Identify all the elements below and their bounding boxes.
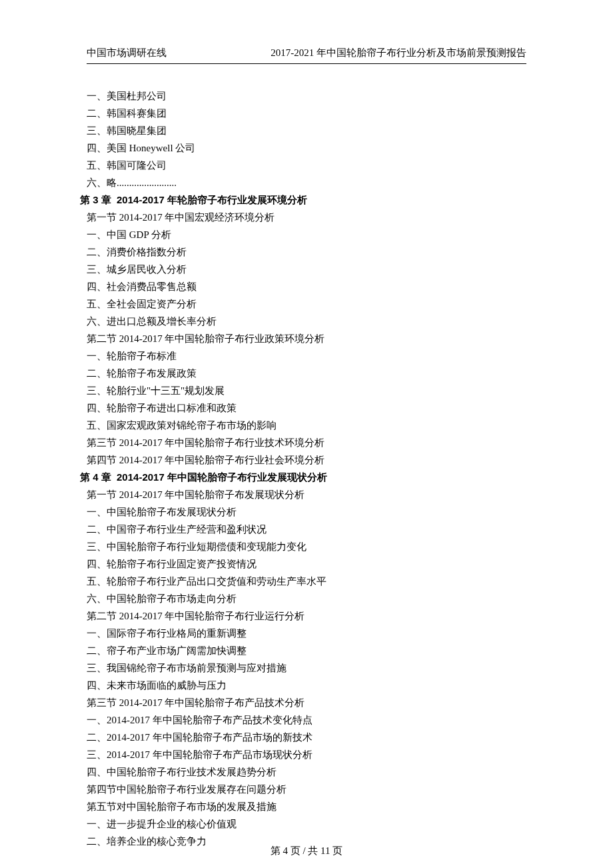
toc-line: 二、消费价格指数分析: [87, 244, 526, 260]
toc-line: 五、全社会固定资产分析: [87, 296, 526, 312]
toc-line: 六、略........................: [87, 175, 526, 191]
toc-line: 第五节对中国轮胎帘子布市场的发展及措施: [87, 799, 526, 815]
toc-line: 一、进一步提升企业的核心价值观: [87, 816, 526, 832]
chapter-heading: 第 3 章 2014-2017 年轮胎帘子布行业发展环境分析: [80, 192, 526, 208]
toc-line: 一、轮胎帘子布标准: [87, 348, 526, 364]
toc-line: 一、2014-2017 年中国轮胎帘子布产品技术变化特点: [87, 712, 526, 728]
toc-line: 五、韩国可隆公司: [87, 157, 526, 173]
toc-line: 四、美国 Honeywell 公司: [87, 140, 526, 156]
toc-line: 第二节 2014-2017 年中国轮胎帘子布行业政策环境分析: [87, 331, 526, 347]
header-left: 中国市场调研在线: [87, 47, 167, 59]
toc-line: 三、我国锦纶帘子布市场前景预测与应对措施: [87, 660, 526, 676]
toc-line: 二、韩国科赛集团: [87, 105, 526, 121]
toc-line: 六、进出口总额及增长率分析: [87, 313, 526, 329]
chapter-heading: 第 4 章 2014-2017 年中国轮胎帘子布行业发展现状分析: [80, 469, 526, 485]
toc-line: 三、轮胎行业"十三五"规划发展: [87, 383, 526, 399]
page: 中国市场调研在线 2017-2021 年中国轮胎帘子布行业分析及市场前景预测报告…: [0, 0, 613, 868]
toc-line: 三、中国轮胎帘子布行业短期偿债和变现能力变化: [87, 539, 526, 555]
toc-line: 三、城乡居民收入分析: [87, 261, 526, 277]
toc-line: 四、轮胎帘子布进出口标准和政策: [87, 400, 526, 416]
header-right: 2017-2021 年中国轮胎帘子布行业分析及市场前景预测报告: [271, 47, 526, 59]
toc-line: 四、未来市场面临的威胁与压力: [87, 677, 526, 693]
toc-line: 第一节 2014-2017 年中国宏观经济环境分析: [87, 209, 526, 225]
toc-line: 二、2014-2017 年中国轮胎帘子布产品市场的新技术: [87, 729, 526, 745]
toc-line: 五、轮胎帘子布行业产品出口交货值和劳动生产率水平: [87, 573, 526, 589]
toc-line: 五、国家宏观政策对锦纶帘子布市场的影响: [87, 417, 526, 433]
toc-line: 第三节 2014-2017 年中国轮胎帘子布行业技术环境分析: [87, 435, 526, 451]
toc-line: 四、中国轮胎帘子布行业技术发展趋势分析: [87, 764, 526, 780]
toc-line: 一、美国杜邦公司: [87, 88, 526, 104]
toc-line: 第三节 2014-2017 年中国轮胎帘子布产品技术分析: [87, 695, 526, 711]
toc-line: 一、中国 GDP 分析: [87, 227, 526, 243]
toc-line: 二、轮胎帘子布发展政策: [87, 365, 526, 381]
toc-line: 四、社会消费品零售总额: [87, 279, 526, 295]
toc-line: 三、2014-2017 年中国轮胎帘子布产品市场现状分析: [87, 747, 526, 763]
toc-line: 六、中国轮胎帘子布市场走向分析: [87, 591, 526, 607]
toc-line: 第四节 2014-2017 年中国轮胎帘子布行业社会环境分析: [87, 452, 526, 468]
toc-line: 第四节中国轮胎帘子布行业发展存在问题分析: [87, 781, 526, 797]
toc-line: 一、国际帘子布行业格局的重新调整: [87, 625, 526, 641]
toc-line: 一、中国轮胎帘子布发展现状分析: [87, 504, 526, 520]
header-divider: [87, 63, 526, 64]
page-footer: 第 4 页 / 共 11 页: [0, 845, 613, 857]
toc-line: 第二节 2014-2017 年中国轮胎帘子布行业运行分析: [87, 608, 526, 624]
toc-line: 三、韩国晓星集团: [87, 123, 526, 139]
toc-line: 二、中国帘子布行业生产经营和盈利状况: [87, 521, 526, 537]
toc-line: 四、轮胎帘子布行业固定资产投资情况: [87, 556, 526, 572]
page-header: 中国市场调研在线 2017-2021 年中国轮胎帘子布行业分析及市场前景预测报告: [87, 47, 526, 59]
toc-content: 一、美国杜邦公司二、韩国科赛集团三、韩国晓星集团四、美国 Honeywell 公…: [87, 88, 526, 849]
toc-line: 二、帘子布产业市场广阔需加快调整: [87, 643, 526, 659]
toc-line: 第一节 2014-2017 年中国轮胎帘子布发展现状分析: [87, 487, 526, 503]
